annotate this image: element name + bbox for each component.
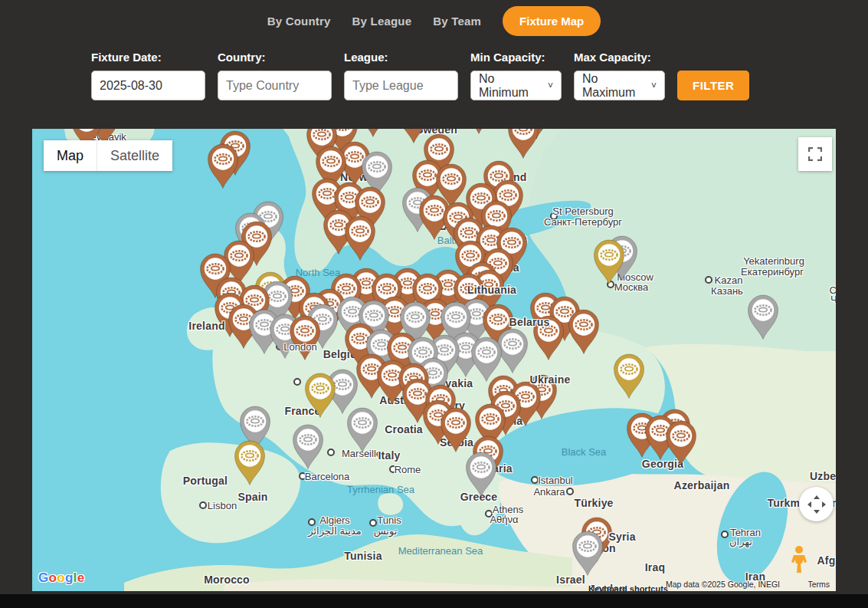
- google-logo[interactable]: Google: [38, 570, 84, 586]
- min-capacity-label: Min Capacity:: [470, 51, 562, 64]
- stadium-marker-o[interactable]: [205, 143, 241, 189]
- city-dot-icon: [550, 212, 558, 220]
- max-capacity-label: Max Capacity:: [574, 51, 665, 64]
- tab-by-league[interactable]: By League: [352, 15, 412, 28]
- stadium-marker-g[interactable]: [463, 452, 499, 498]
- country-label: Country:: [218, 51, 332, 64]
- stadium-marker-o[interactable]: [287, 315, 323, 361]
- tab-by-team[interactable]: By Team: [433, 15, 481, 28]
- min-capacity-select[interactable]: No Minimum ˅: [470, 71, 562, 100]
- filter-button[interactable]: FILTER: [677, 71, 749, 100]
- pegman-icon[interactable]: [791, 545, 807, 577]
- max-capacity-select[interactable]: No Maximum ˅: [574, 71, 665, 100]
- stadium-marker-o[interactable]: [355, 129, 391, 138]
- max-capacity-group: Max Capacity: No Maximum ˅: [574, 51, 665, 100]
- page: By Country By League By Team Fixture Map…: [0, 0, 868, 608]
- city-dot-icon: [566, 488, 574, 495]
- map-type-map-button[interactable]: Map: [44, 140, 97, 171]
- city-dot-icon: [485, 510, 493, 518]
- city-dot-icon: [705, 276, 712, 284]
- stadium-marker-o[interactable]: [342, 215, 378, 261]
- country-group: Country:: [218, 51, 332, 100]
- stadium-marker-g[interactable]: [290, 424, 326, 470]
- fullscreen-icon: [808, 147, 822, 161]
- city-dot-icon: [299, 472, 306, 480]
- fixture-map[interactable]: ReykjavikSwedenNorwayFinlandEstoniaLatvi…: [32, 129, 836, 591]
- stadium-marker-g[interactable]: [345, 407, 380, 453]
- filter-bar: Fixture Date: 2025-08-30 Country: League…: [91, 51, 749, 100]
- min-capacity-group: Min Capacity: No Minimum ˅: [470, 51, 562, 100]
- stadium-marker-y[interactable]: [232, 440, 267, 486]
- city-dot-icon: [721, 531, 729, 538]
- fixture-date-group: Fixture Date: 2025-08-30: [91, 51, 205, 100]
- map-type-satellite-button[interactable]: Satellite: [97, 140, 172, 171]
- chevron-down-icon: ˅: [548, 81, 553, 91]
- city-dot-icon: [327, 449, 335, 456]
- country-input[interactable]: [218, 71, 332, 100]
- terms-link[interactable]: Terms: [807, 580, 830, 589]
- pan-control[interactable]: [799, 487, 834, 521]
- keyboard-shortcuts-link[interactable]: Keyboard shortcuts: [588, 584, 668, 591]
- stadium-marker-g[interactable]: [570, 531, 605, 577]
- league-group: League:: [344, 51, 458, 100]
- tab-fixture-map-active[interactable]: Fixture Map: [503, 6, 601, 36]
- stadium-marker-o[interactable]: [663, 420, 699, 466]
- min-capacity-value: No Minimum: [479, 72, 546, 100]
- stadium-marker-o[interactable]: [566, 309, 601, 355]
- stadium-marker-o[interactable]: [531, 315, 566, 361]
- stadium-marker-o[interactable]: [438, 407, 473, 453]
- city-dot-icon: [531, 476, 539, 484]
- pan-arrows-icon: [805, 493, 828, 516]
- footer-bar: [0, 594, 868, 608]
- city-dot-icon: [308, 518, 316, 526]
- fullscreen-button[interactable]: [798, 137, 832, 171]
- league-label: League:: [344, 51, 458, 64]
- stadium-marker-o[interactable]: [461, 129, 496, 135]
- league-input[interactable]: [344, 71, 458, 100]
- stadium-marker-g[interactable]: [745, 294, 781, 340]
- city-dot-icon: [369, 519, 377, 527]
- max-capacity-value: No Maximum: [582, 72, 650, 100]
- chevron-down-icon: ˅: [651, 81, 657, 91]
- map-attribution: Map data ©2025 Google, INEGI: [666, 580, 780, 589]
- stadium-marker-y[interactable]: [611, 353, 647, 399]
- map-type-control: Map Satellite: [44, 140, 172, 171]
- fixture-date-input[interactable]: 2025-08-30: [91, 71, 205, 100]
- stadium-marker-o[interactable]: [506, 129, 541, 159]
- city-dot-icon: [389, 465, 397, 473]
- fixture-date-label: Fixture Date:: [91, 51, 205, 64]
- city-dot-icon: [293, 378, 301, 386]
- top-navigation: By Country By League By Team Fixture Map: [0, 6, 868, 36]
- stadium-marker-y[interactable]: [591, 239, 627, 285]
- tab-by-country[interactable]: By Country: [267, 15, 331, 28]
- stadium-marker-y[interactable]: [303, 373, 338, 419]
- city-dot-icon: [199, 501, 207, 509]
